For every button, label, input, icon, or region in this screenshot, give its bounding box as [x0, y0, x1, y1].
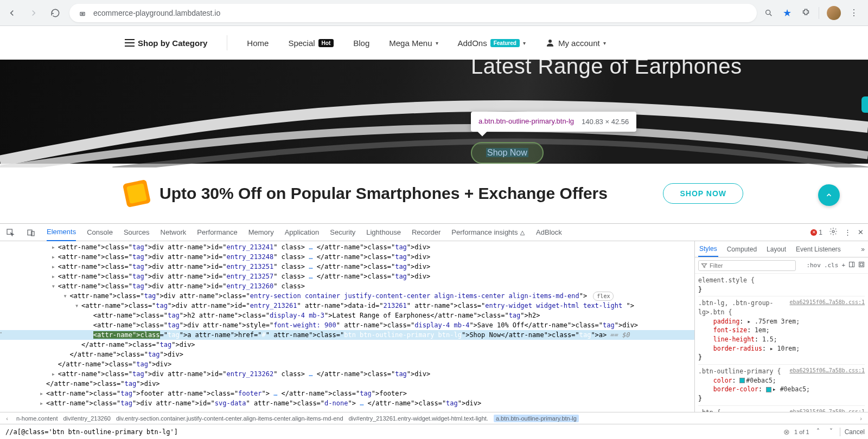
tab-performance-insights[interactable]: Performance insights — [451, 224, 525, 241]
styles-filter-input[interactable] — [698, 260, 796, 271]
rendering-icon[interactable] — [858, 261, 865, 269]
css-rule-block[interactable]: element.style {} — [698, 276, 865, 296]
nav-blog[interactable]: Blog — [353, 38, 369, 48]
dom-tree-line[interactable]: <attr-name">class="tag">div attr-name">s… — [0, 320, 694, 330]
hero-section: Latest Range of Earphones — [0, 60, 868, 164]
devtools-menu-icon[interactable]: ⋮ — [844, 228, 851, 236]
extensions-icon[interactable] — [800, 8, 811, 18]
search-cancel-button[interactable]: Cancel — [845, 428, 865, 436]
new-style-rule-icon[interactable]: + — [841, 262, 845, 269]
svg-rect-1 — [82, 13, 84, 14]
zoom-icon[interactable] — [763, 8, 774, 18]
error-counter[interactable]: ✕1 — [810, 229, 822, 236]
tooltip-dimensions: 140.83 × 42.56 — [582, 118, 629, 126]
nav-addons[interactable]: AddOns Featured ▾ — [458, 38, 526, 48]
tab-lighthouse[interactable]: Lighthouse — [366, 224, 401, 241]
chevron-down-icon: ▾ — [523, 40, 526, 46]
hero-shop-now-button[interactable]: Shop Now — [471, 142, 544, 164]
styles-tab-styles[interactable]: Styles — [698, 242, 718, 257]
site-info-icon[interactable] — [77, 8, 88, 18]
css-rule-block[interactable]: eba62915f06…7a58b.css:1.btn-lg, .btn-gro… — [698, 299, 865, 365]
css-rule-block[interactable]: eba62915f06…7a58b.css:1.btn-outline-prim… — [698, 367, 865, 406]
css-rule-block[interactable]: eba62915f06…7a58b.css:1.btn { display: i… — [698, 408, 865, 412]
dom-tree-line[interactable]: <attr-name">class="tag">h2 attr-name">cl… — [0, 311, 694, 320]
tab-sources[interactable]: Sources — [124, 224, 150, 241]
reload-button[interactable] — [48, 5, 63, 21]
tab-memory[interactable]: Memory — [248, 224, 274, 241]
shop-by-category-label: Shop by Category — [138, 38, 207, 48]
elements-search-input[interactable] — [3, 427, 779, 437]
dom-tree-line[interactable]: ▸<attr-name">class="tag">div attr-name">… — [0, 398, 694, 408]
breadcrumb-item[interactable]: n-home.content — [16, 415, 58, 422]
breadcrumb-scroll-right[interactable]: › — [857, 415, 865, 422]
dom-tree-line[interactable]: ▸<attr-name">class="tag">div attr-name">… — [0, 242, 694, 252]
tab-performance[interactable]: Performance — [197, 224, 237, 241]
elements-search-bar: ⊗ 1 of 1 ˄ ˅ Cancel — [0, 424, 868, 439]
tab-network[interactable]: Network — [161, 224, 187, 241]
search-next-icon[interactable]: ˅ — [827, 428, 835, 436]
back-button[interactable] — [4, 5, 20, 21]
dom-tree-line[interactable]: ▸<attr-name">class="tag">div attr-name">… — [0, 369, 694, 379]
tab-console[interactable]: Console — [87, 224, 113, 241]
search-prev-icon[interactable]: ˄ — [814, 428, 822, 436]
svg-rect-8 — [850, 262, 854, 267]
tab-elements[interactable]: Elements — [47, 223, 76, 241]
cls-toggle[interactable]: .cls — [824, 262, 839, 269]
nav-my-account[interactable]: My account ▾ — [545, 38, 606, 48]
hov-toggle[interactable]: :hov — [806, 262, 821, 269]
nav-special[interactable]: Special Hot — [288, 38, 334, 48]
svg-rect-10 — [860, 263, 863, 266]
address-bar[interactable]: ecommerce-playground.lambdatest.io — [69, 4, 757, 22]
dom-tree-line[interactable]: ▸<attr-name">class="tag">footer attr-nam… — [0, 389, 694, 398]
svg-rect-0 — [80, 12, 85, 15]
dom-tree-line[interactable]: ▸<attr-name">class="tag">div attr-name">… — [0, 272, 694, 281]
page-scrollbar-thumb[interactable] — [861, 96, 868, 113]
dom-tree-line[interactable]: ▸<attr-name">class="tag">div attr-name">… — [0, 252, 694, 262]
devtools-close-icon[interactable]: ✕ — [858, 228, 864, 236]
shop-by-category-menu[interactable]: Shop by Category — [125, 38, 207, 48]
dom-tree-line[interactable]: ▾<attr-name">class="tag">div attr-name">… — [0, 301, 694, 311]
discount-tag-icon — [123, 179, 151, 208]
search-clear-icon[interactable]: ⊗ — [783, 428, 790, 436]
dom-tree-line[interactable]: ▾<attr-name">class="tag">div attr-name">… — [0, 291, 694, 301]
styles-tab-event-listeners[interactable]: Event Listeners — [795, 242, 842, 256]
search-result-count: 1 of 1 — [794, 429, 809, 435]
overflow-ellipsis: ⋯ — [0, 328, 2, 338]
scroll-to-top-button[interactable] — [818, 184, 840, 206]
nav-home[interactable]: Home — [247, 38, 269, 48]
styles-panel: Styles Computed Layout Event Listeners »… — [694, 241, 868, 412]
dom-tree-line[interactable]: <attr-name">class="tag">a attr-name">hre… — [0, 330, 694, 340]
elements-tree[interactable]: ⋯ ▸<attr-name">class="tag">div attr-name… — [0, 241, 694, 412]
hot-badge: Hot — [318, 39, 334, 47]
styles-tab-layout[interactable]: Layout — [765, 242, 787, 256]
breadcrumb-item-active[interactable]: a.btn.btn-outline-primary.btn-lg — [494, 415, 579, 422]
bookmark-star-icon[interactable]: ★ — [782, 8, 793, 18]
styles-tabs-more-icon[interactable]: » — [861, 246, 865, 253]
device-toolbar-icon[interactable] — [26, 228, 36, 237]
tab-security[interactable]: Security — [330, 224, 355, 241]
dom-tree-line[interactable]: ▸<attr-name">class="tag">div attr-name">… — [0, 262, 694, 272]
breadcrumb-scroll-left[interactable]: ‹ — [3, 415, 11, 422]
promo-shop-now-button[interactable]: SHOP NOW — [663, 183, 743, 204]
dom-tree-line[interactable]: </attr-name">class="tag">div> — [0, 379, 694, 389]
forward-button[interactable] — [26, 5, 41, 21]
styles-tab-computed[interactable]: Computed — [726, 242, 758, 256]
breadcrumb-item[interactable]: div#entry_213261.entry-widget.widget-htm… — [349, 415, 488, 422]
breadcrumb-item[interactable]: div.entry-section.container.justify-cont… — [116, 415, 343, 422]
nav-mega-menu[interactable]: Mega Menu ▾ — [389, 38, 438, 48]
tab-adblock[interactable]: AdBlock — [536, 224, 562, 241]
url-text: ecommerce-playground.lambdatest.io — [93, 9, 749, 17]
dom-tree-line[interactable]: ▾<attr-name">class="tag">div attr-name">… — [0, 281, 694, 291]
chrome-menu-icon[interactable]: ⋮ — [848, 8, 859, 18]
dom-tree-line[interactable]: </attr-name">class="tag">div> — [0, 359, 694, 369]
profile-avatar[interactable] — [827, 6, 841, 20]
dom-tree-line[interactable]: </attr-name">class="tag">div> — [0, 350, 694, 359]
tab-recorder[interactable]: Recorder — [412, 224, 441, 241]
dom-tree-line[interactable]: </attr-name">class="tag">div> — [0, 340, 694, 350]
styles-rules[interactable]: element.style {}eba62915f06…7a58b.css:1.… — [695, 274, 868, 412]
tab-application[interactable]: Application — [285, 224, 320, 241]
devtools-settings-icon[interactable] — [829, 227, 838, 237]
breadcrumb-item[interactable]: div#entry_213260 — [63, 415, 110, 422]
inspect-element-icon[interactable] — [5, 228, 15, 237]
computed-sidebar-icon[interactable] — [848, 261, 855, 269]
